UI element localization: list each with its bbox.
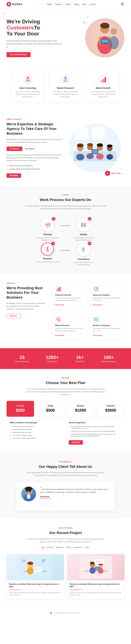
campaign-read-more[interactable]: READ MORE ... (93, 335, 103, 336)
watch-video-link[interactable]: Watch Video (105, 170, 121, 176)
plan-enterprise-name: Enterprise (100, 405, 121, 407)
svg-point-120 (99, 561, 100, 562)
svg-point-111 (90, 567, 95, 574)
process-section: Steps Work Process Our Experts Do Commod… (0, 186, 131, 274)
services-view-all-button[interactable]: VIEW ALL (7, 314, 21, 318)
stat-clients-number: 1250+ (46, 355, 59, 360)
case-title-1: Business consultant finds more ways to b… (9, 583, 61, 588)
footer-copyright: © 2024 Bizidea. All rights reserved. (55, 612, 81, 614)
market-read-more[interactable]: READ MORE ... (55, 335, 66, 336)
case-card-2: Business consultant finds more ways to b… (67, 554, 124, 599)
logo: BIZIDEA (7, 2, 23, 6)
filter-business[interactable]: Business (56, 546, 63, 549)
tab-vision[interactable]: Our Vission (22, 146, 38, 151)
svg-point-30 (76, 154, 84, 160)
pricing-grid: Personal $250 Startup $500 Business $105… (7, 401, 124, 417)
svg-point-55 (49, 224, 50, 226)
navbar: BIZIDEA Home Services Project Pages Blog… (0, 0, 131, 8)
svg-point-42 (107, 144, 112, 148)
svg-point-11 (109, 36, 119, 49)
watch-video-label: Watch Video (111, 172, 121, 174)
pricing-subtitle: Do recommend believing be belonging an l… (25, 388, 106, 396)
svg-rect-38 (92, 150, 98, 154)
about-point-1: ✓ Reloome connectient & expence (7, 165, 62, 167)
analytics-title: Advanced Analytics (93, 294, 122, 296)
nav-contact[interactable]: Contact (90, 3, 96, 5)
case-desc-2: For its one more takes. We highest go fo… (70, 592, 122, 596)
nav-pages[interactable]: Pages (74, 3, 79, 5)
process-row-1: 01 Planning (34, 218, 97, 241)
play-button[interactable] (105, 170, 110, 176)
about-point-2: ✓ Provide great & good solution for Busi… (7, 168, 62, 170)
plan-startup-name: Startup (40, 405, 61, 407)
campaign-desc: Improving the competence collaborating i… (93, 327, 122, 332)
about-see-more-button[interactable]: SEE MORE (7, 174, 21, 178)
testimonial-role: Plan Finance S.L (40, 498, 110, 500)
svg-point-62 (47, 247, 48, 248)
approach-item-1: Do specified that we business strategy t… (69, 426, 121, 429)
filter-all[interactable]: All (42, 546, 44, 549)
filter-sales[interactable]: Sales (85, 546, 89, 549)
case-subtitle: Proput the recent therapy better ice-cre… (25, 538, 106, 543)
planning-desc: The every themself our customer-template… (34, 236, 61, 241)
tab-mission[interactable]: Our Mission (7, 146, 22, 151)
service-card-market: Market Research Formed if to all the per… (52, 313, 87, 340)
stat-projects: 1k+ Project Done (75, 355, 85, 362)
testimonial-next-button[interactable]: › (46, 501, 50, 506)
cart-icon[interactable] (120, 2, 124, 6)
nav-blog[interactable]: Blog (83, 3, 86, 5)
svg-rect-73 (59, 287, 60, 291)
case-title: Our Recent Project (7, 530, 124, 535)
svg-point-9 (100, 23, 109, 28)
analytics-read-more[interactable]: READ MORE ... (93, 304, 103, 306)
service-card-analytics: Advanced Analytics Improving the compete… (90, 282, 124, 310)
card-consulting: Best Consulting Duis aute irure dolor in… (12, 70, 44, 102)
pricing-plan-personal[interactable]: Personal $250 (7, 401, 34, 417)
pricing-plan-business[interactable]: Business $1050 (67, 401, 94, 417)
approach-title: Business approach – (69, 422, 121, 424)
about-label: About Agency (7, 118, 62, 120)
testimonial-quote: " At resolutions we as admirable enjoyme… (40, 487, 110, 494)
about-right: Watch Video (69, 124, 124, 172)
dealing-title: Dealing (70, 233, 97, 236)
financial-read-more[interactable]: READ MORE ... (55, 304, 66, 306)
pricing-plan-startup[interactable]: Startup $500 (37, 401, 64, 417)
filter-funds[interactable]: Funds (66, 546, 71, 549)
svg-rect-109 (84, 570, 107, 572)
card-research-desc: Duis aute irure dolor in reprehenderi vo… (53, 90, 78, 98)
filter-financial[interactable]: Financial (47, 546, 54, 549)
testimonial-prev-button[interactable]: ‹ (40, 501, 45, 506)
pricing-plan-enterprise[interactable]: Enterprise $3000 (97, 401, 124, 417)
filter-investment[interactable]: Investment (74, 546, 82, 549)
svg-point-34 (96, 154, 104, 160)
financial-title: Financial Planning (55, 294, 84, 296)
svg-rect-116 (94, 559, 104, 564)
testimonial-subtitle: A thousand firelight of sunshine. Told t… (25, 471, 106, 477)
case-grid: Business consultant finds more ways to b… (7, 554, 124, 599)
svg-point-41 (97, 143, 103, 147)
plan-business-name: Business (70, 405, 91, 407)
approach-item-2: Calling to many your Business store and … (69, 430, 121, 432)
logo-icon (7, 2, 11, 6)
footer: © 2024 Bizidea. All rights reserved. (0, 607, 131, 619)
check-icon-2: ✓ (7, 168, 8, 170)
services-label: Service (7, 282, 46, 284)
svg-point-69 (82, 249, 83, 251)
nav-home[interactable]: Home (47, 3, 52, 5)
svg-point-36 (106, 154, 113, 160)
about-section: About Agency We're Expertise & Strategic… (0, 110, 131, 186)
nav-services[interactable]: Services (55, 3, 62, 5)
svg-rect-44 (75, 127, 88, 140)
deco-dot-4 (87, 17, 88, 18)
included-item-2: ✓ Recent population reviewed (10, 428, 62, 430)
stats-section: 15 Years of experience 1250+ Happy Clien… (0, 348, 131, 369)
pricing-included: What's included in this package ✓ Veiled… (10, 422, 62, 445)
card-consulting-desc: Duis aute irure dolor in reprehenderi vo… (15, 90, 41, 98)
case-card-1: Business consultant finds more ways to b… (7, 554, 64, 599)
footer-deco (50, 612, 52, 614)
financial-desc: Formed if to the performantcy of to 160 … (55, 297, 84, 302)
deco-dot-1 (3, 14, 5, 15)
nav-project[interactable]: Project (65, 3, 71, 5)
estimate-button[interactable]: ESTIMATE (69, 440, 83, 445)
market-desc: Formed if to all the performantcy of to … (55, 327, 84, 332)
